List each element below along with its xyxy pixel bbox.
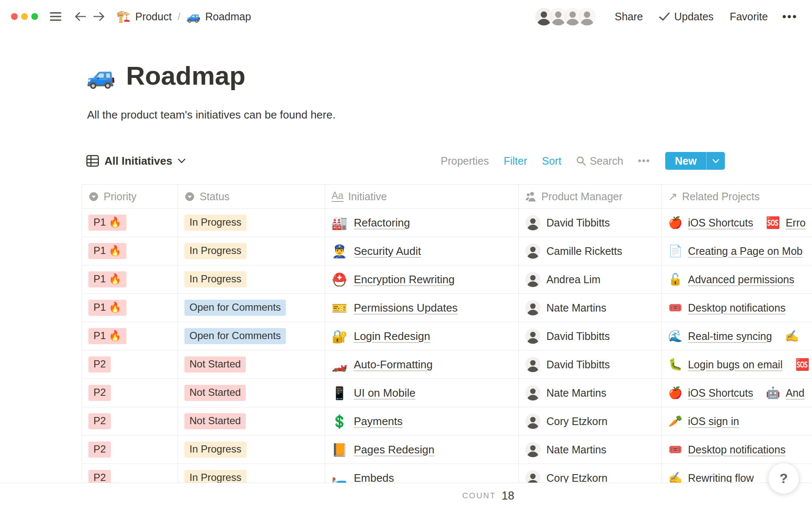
- initiative-link[interactable]: Permissions Updates: [354, 301, 458, 315]
- view-more-options-icon[interactable]: •••: [638, 155, 650, 166]
- product-manager-cell[interactable]: Camille Ricketts: [518, 237, 661, 265]
- related-projects-cell[interactable]: 🌊Real-time syncing✍️: [661, 322, 812, 350]
- column-header-product-manager[interactable]: Product Manager: [518, 185, 661, 208]
- priority-tag[interactable]: P1 🔥: [88, 328, 126, 344]
- initiative-cell[interactable]: 🏭 Refactoring: [325, 209, 518, 237]
- status-cell[interactable]: Not Started: [178, 351, 325, 378]
- status-cell[interactable]: In Progress: [178, 436, 325, 464]
- priority-cell[interactable]: P1 🔥: [82, 265, 178, 293]
- status-tag[interactable]: In Progress: [184, 271, 247, 287]
- priority-tag[interactable]: P2: [88, 356, 111, 373]
- zoom-window-button[interactable]: [31, 13, 38, 20]
- priority-cell[interactable]: P2: [82, 407, 178, 435]
- column-header-priority[interactable]: Priority: [82, 185, 178, 208]
- search-button[interactable]: Search: [576, 155, 623, 167]
- product-manager-cell[interactable]: Cory Etzkorn: [518, 464, 661, 483]
- related-projects-cell[interactable]: 🔓Advanced permissions: [661, 265, 812, 293]
- priority-tag[interactable]: P2: [88, 470, 111, 483]
- initiative-cell[interactable]: 🎫 Permissions Updates: [325, 294, 518, 322]
- status-tag[interactable]: Not Started: [184, 413, 246, 429]
- initiative-cell[interactable]: ⛑️ Encryption Rewriting: [325, 265, 518, 293]
- initiative-link[interactable]: UI on Mobile: [354, 387, 415, 400]
- column-header-initiative[interactable]: Aa Initiative: [325, 185, 518, 208]
- initiative-link[interactable]: Encryption Rewriting: [354, 273, 454, 286]
- viewer-avatar-stack[interactable]: [534, 6, 597, 27]
- priority-tag[interactable]: P1 🔥: [88, 271, 126, 287]
- priority-tag[interactable]: P1 🔥: [88, 215, 126, 231]
- related-projects-cell[interactable]: 🎟️Desktop notifications: [661, 436, 812, 464]
- product-manager-cell[interactable]: David Tibbitts: [518, 209, 661, 237]
- initiative-cell[interactable]: 📱 UI on Mobile: [325, 379, 518, 407]
- status-cell[interactable]: Not Started: [178, 407, 325, 435]
- status-tag[interactable]: Open for Comments: [184, 300, 286, 316]
- priority-tag[interactable]: P1 🔥: [88, 243, 126, 259]
- related-project-link[interactable]: 🍎iOS Shortcuts: [668, 386, 753, 400]
- related-projects-cell[interactable]: 🥕iOS sign in: [661, 407, 812, 435]
- related-project-link[interactable]: 🤖And: [766, 386, 804, 400]
- initiative-link[interactable]: Auto-Formatting: [354, 358, 432, 371]
- breadcrumb-item-roadmap[interactable]: 🚙 Roadmap: [187, 10, 251, 23]
- initiative-cell[interactable]: 📙 Pages Redesign: [325, 436, 518, 464]
- related-project-link[interactable]: 🌊Real-time syncing: [668, 329, 772, 343]
- related-project-link[interactable]: 🐛Login bugs on email: [668, 358, 782, 371]
- status-cell[interactable]: In Progress: [178, 237, 325, 265]
- column-header-status[interactable]: Status: [178, 185, 325, 208]
- status-tag[interactable]: In Progress: [184, 470, 247, 483]
- status-cell[interactable]: In Progress: [178, 265, 325, 293]
- status-tag[interactable]: In Progress: [184, 243, 247, 259]
- product-manager-cell[interactable]: David Tibbitts: [518, 322, 661, 350]
- sort-button[interactable]: Sort: [542, 155, 562, 167]
- page-icon[interactable]: 🚙: [86, 62, 116, 90]
- status-tag[interactable]: Not Started: [184, 385, 246, 401]
- initiative-link[interactable]: Payments: [354, 415, 403, 428]
- related-project-link[interactable]: 🆘Erro: [766, 216, 806, 229]
- priority-cell[interactable]: P2: [82, 464, 178, 483]
- priority-cell[interactable]: P2: [82, 379, 178, 407]
- initiative-cell[interactable]: 🏎️ Auto-Formatting: [325, 351, 518, 378]
- related-project-link[interactable]: 🔓Advanced permissions: [668, 273, 794, 286]
- initiative-link[interactable]: Security Audit: [354, 245, 421, 258]
- product-manager-cell[interactable]: David Tibbitts: [518, 351, 661, 378]
- initiative-link[interactable]: Login Redesign: [354, 330, 430, 343]
- priority-tag[interactable]: P1 🔥: [88, 300, 126, 316]
- initiative-link[interactable]: Embeds: [354, 472, 394, 483]
- column-header-related-projects[interactable]: ↗ Related Projects: [661, 185, 812, 208]
- status-cell[interactable]: Open for Comments: [178, 294, 325, 322]
- related-projects-cell[interactable]: 🐛Login bugs on email🆘: [661, 351, 812, 378]
- initiative-cell[interactable]: 🛏️ Embeds: [325, 464, 518, 483]
- sidebar-menu-icon[interactable]: [50, 12, 61, 21]
- minimize-window-button[interactable]: [21, 13, 28, 20]
- initiative-cell[interactable]: 👮‍♂️ Security Audit: [325, 237, 518, 265]
- priority-cell[interactable]: P1 🔥: [82, 237, 178, 265]
- priority-tag[interactable]: P2: [88, 442, 111, 458]
- related-project-link[interactable]: 🍎iOS Shortcuts: [668, 216, 753, 229]
- related-projects-cell[interactable]: 🍎iOS Shortcuts🤖And: [661, 379, 812, 407]
- related-project-link[interactable]: ✍️Rewriting flow: [668, 471, 754, 483]
- share-button[interactable]: Share: [615, 11, 643, 23]
- back-icon[interactable]: [74, 11, 86, 22]
- priority-cell[interactable]: P2: [82, 351, 178, 378]
- priority-tag[interactable]: P2: [88, 413, 111, 429]
- status-tag[interactable]: In Progress: [184, 215, 247, 231]
- related-project-link[interactable]: 🎟️Desktop notifications: [668, 443, 785, 456]
- favorite-button[interactable]: Favorite: [730, 11, 768, 23]
- new-button[interactable]: New: [665, 152, 706, 170]
- initiative-link[interactable]: Refactoring: [354, 216, 410, 229]
- product-manager-cell[interactable]: Cory Etzkorn: [518, 407, 661, 435]
- close-window-button[interactable]: [11, 13, 18, 20]
- forward-icon[interactable]: [93, 11, 105, 22]
- count-aggregate[interactable]: COUNT 18: [325, 483, 518, 508]
- priority-tag[interactable]: P2: [88, 385, 111, 401]
- status-cell[interactable]: In Progress: [178, 464, 325, 483]
- related-project-link[interactable]: 📄Creating a Page on Mob: [668, 244, 803, 258]
- product-manager-cell[interactable]: Nate Martins: [518, 436, 661, 464]
- more-options-icon[interactable]: •••: [782, 10, 798, 23]
- product-manager-cell[interactable]: Nate Martins: [518, 379, 661, 407]
- breadcrumb-item-product[interactable]: 🏗️ Product: [116, 10, 172, 23]
- product-manager-cell[interactable]: Andrea Lim: [518, 265, 661, 293]
- product-manager-cell[interactable]: Nate Martins: [518, 294, 661, 322]
- related-projects-cell[interactable]: 📄Creating a Page on Mob: [661, 237, 812, 265]
- related-projects-cell[interactable]: 🍎iOS Shortcuts🆘Erro: [661, 209, 812, 237]
- status-tag[interactable]: In Progress: [184, 442, 247, 458]
- filter-button[interactable]: Filter: [504, 155, 527, 167]
